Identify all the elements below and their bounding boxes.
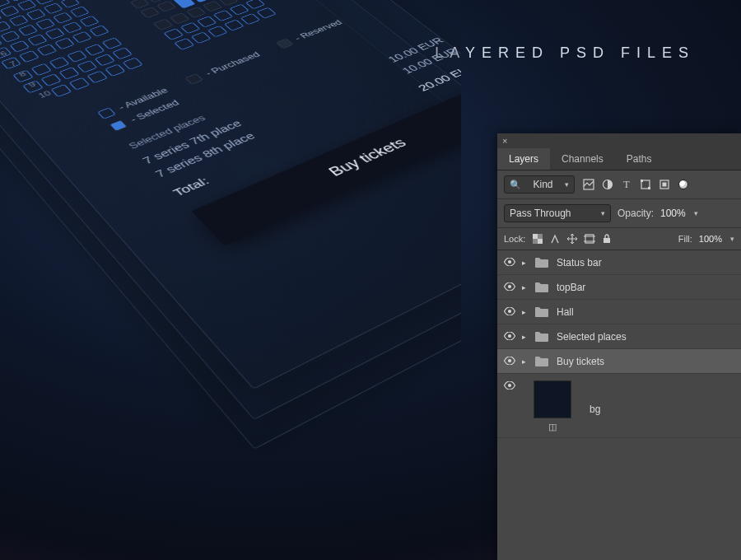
seat[interactable] [156, 1, 176, 12]
tab-paths[interactable]: Paths [615, 148, 664, 170]
seat[interactable] [68, 77, 90, 91]
filter-kind-dropdown[interactable]: 🔍 Kind ▾ [504, 175, 575, 194]
lock-transparency-icon[interactable] [532, 233, 543, 245]
disclosure-triangle-icon[interactable]: ▸ [522, 308, 530, 316]
chevron-down-icon[interactable]: ▾ [694, 209, 698, 217]
seat[interactable] [84, 44, 105, 56]
filter-adjustment-icon[interactable] [602, 179, 613, 190]
layer-name[interactable]: Buy tickets [557, 356, 604, 367]
lock-position-icon[interactable] [566, 233, 578, 245]
fill-label: Fill: [678, 234, 692, 244]
disclosure-triangle-icon[interactable]: ▸ [522, 259, 530, 267]
seat[interactable] [101, 38, 122, 50]
visibility-toggle-icon[interactable] [502, 306, 517, 318]
disclosure-triangle-icon[interactable]: ▸ [522, 357, 530, 366]
seat[interactable] [8, 15, 28, 26]
seat[interactable] [16, 0, 36, 11]
layer-name[interactable]: topBar [557, 282, 585, 293]
seat[interactable] [62, 21, 82, 33]
layer-name[interactable]: Selected places [557, 331, 627, 343]
layer-name[interactable]: Status bar [557, 257, 602, 268]
lock-image-icon[interactable] [549, 233, 561, 245]
seat[interactable] [139, 7, 159, 18]
seat[interactable] [256, 7, 277, 19]
layer-name[interactable]: Hall [557, 306, 574, 318]
layer-row[interactable]: ▸Hall [497, 300, 741, 324]
seat[interactable] [245, 0, 264, 9]
visibility-toggle-icon[interactable] [502, 282, 517, 293]
seat[interactable] [163, 29, 184, 40]
tab-channels[interactable]: Channels [550, 148, 615, 170]
visibility-toggle-icon[interactable] [502, 380, 517, 392]
seat[interactable] [52, 12, 72, 24]
seat[interactable] [94, 54, 114, 66]
layer-row[interactable]: ◫bg [497, 374, 741, 438]
seat[interactable] [240, 13, 260, 25]
seat[interactable] [36, 44, 57, 56]
seat[interactable] [72, 31, 92, 44]
seat[interactable] [196, 16, 217, 28]
seat[interactable] [17, 25, 37, 36]
seat[interactable] [0, 30, 20, 43]
layer-name[interactable]: bg [590, 404, 600, 415]
seat[interactable] [169, 12, 189, 24]
seat[interactable] [67, 50, 87, 63]
seat[interactable] [229, 4, 249, 16]
layer-row[interactable]: ▸Buy tickets [497, 349, 741, 374]
seat-gap [105, 19, 126, 30]
disclosure-triangle-icon[interactable]: ▸ [522, 283, 530, 292]
fill-value[interactable]: 100% [699, 234, 722, 244]
layer-list: ▸Status bar▸topBar▸Hall▸Selected places▸… [497, 250, 741, 560]
seat[interactable] [58, 67, 79, 79]
seat[interactable] [89, 26, 110, 37]
seat[interactable] [26, 9, 45, 21]
seat[interactable] [152, 19, 173, 30]
seat[interactable] [202, 1, 221, 12]
seat[interactable] [223, 20, 244, 31]
tab-layers[interactable]: Layers [497, 148, 550, 170]
seat-gap [287, 0, 307, 7]
seat[interactable] [185, 7, 205, 18]
seat[interactable] [79, 16, 99, 27]
seat[interactable] [172, 0, 195, 9]
lock-artboard-icon[interactable] [584, 233, 595, 245]
visibility-toggle-icon[interactable] [502, 331, 517, 343]
seat[interactable] [207, 26, 227, 37]
seat[interactable] [77, 60, 97, 72]
seat[interactable] [0, 6, 19, 17]
layer-row[interactable]: ▸Status bar [497, 250, 741, 275]
blend-mode-dropdown[interactable]: Pass Through ▾ [504, 204, 611, 222]
disclosure-triangle-icon[interactable]: ▸ [522, 333, 530, 341]
filter-shape-icon[interactable] [640, 179, 651, 190]
seat[interactable] [129, 0, 149, 9]
filter-type-icon[interactable]: T [621, 179, 632, 190]
visibility-toggle-icon[interactable] [502, 356, 517, 367]
seat[interactable] [86, 71, 108, 84]
layer-row[interactable]: ▸Selected places [497, 324, 741, 349]
seat[interactable] [43, 3, 63, 15]
chevron-down-icon[interactable]: ▾ [730, 235, 734, 243]
seat[interactable] [179, 22, 200, 34]
seat[interactable] [174, 38, 194, 50]
seat[interactable] [44, 28, 65, 40]
filter-pixel-icon[interactable] [583, 179, 594, 190]
seat[interactable] [69, 7, 89, 18]
seat[interactable] [111, 48, 132, 60]
visibility-toggle-icon[interactable] [502, 257, 517, 268]
seat[interactable] [105, 64, 126, 77]
seat[interactable] [122, 58, 142, 70]
opacity-value[interactable]: 100% [660, 208, 686, 219]
svg-rect-5 [648, 187, 650, 189]
seat[interactable] [54, 38, 74, 50]
layer-row[interactable]: ▸topBar [497, 275, 741, 300]
seat[interactable] [60, 0, 80, 8]
seat[interactable] [26, 34, 47, 46]
panel-close-button[interactable]: × [497, 133, 741, 148]
seat[interactable] [190, 32, 211, 44]
seat[interactable] [212, 10, 233, 21]
filter-smartobject-icon[interactable] [659, 179, 670, 190]
seat[interactable] [35, 18, 54, 30]
seat[interactable] [49, 57, 69, 69]
filter-toggle-switch[interactable] [678, 180, 688, 189]
lock-all-icon[interactable] [601, 233, 613, 245]
